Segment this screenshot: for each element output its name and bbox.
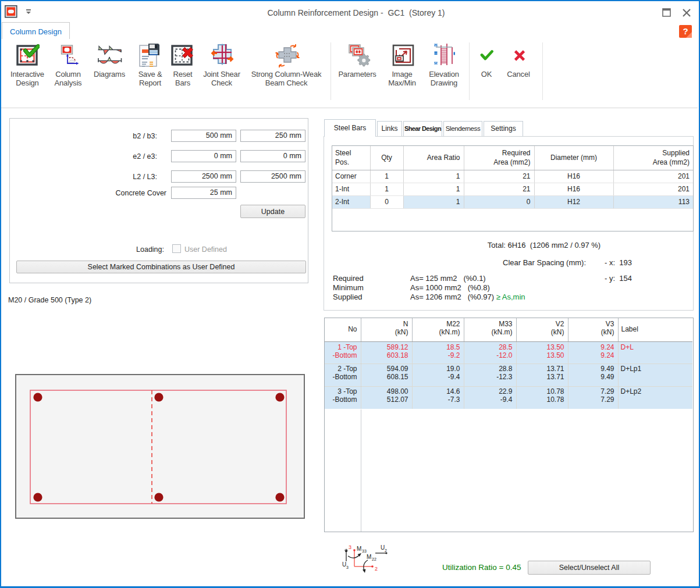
svg-text:2: 2 bbox=[385, 548, 387, 553]
svg-text:3: 3 bbox=[346, 565, 349, 569]
svg-text:22: 22 bbox=[372, 557, 376, 561]
svg-text:3: 3 bbox=[349, 544, 351, 550]
svg-text:M: M bbox=[367, 554, 371, 560]
svg-text:M: M bbox=[357, 546, 361, 552]
svg-text:33: 33 bbox=[362, 549, 367, 553]
svg-text:2: 2 bbox=[375, 566, 378, 572]
